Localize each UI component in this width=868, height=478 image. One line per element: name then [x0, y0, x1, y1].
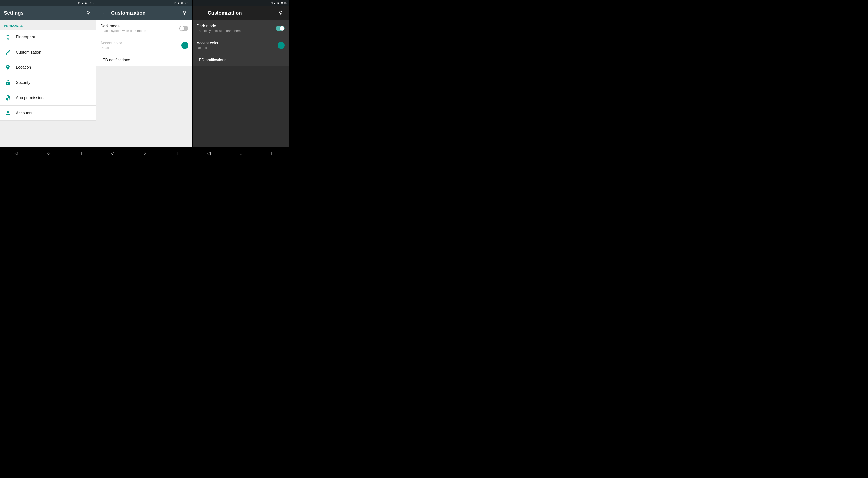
- customization-dark-app-bar: ← Customization ⚲: [193, 6, 289, 20]
- sidebar-item-fingerprint[interactable]: Fingerprint: [0, 30, 96, 45]
- status-icons-1: ⊟ ▲ ◉ 9:15: [78, 1, 94, 4]
- home-nav-icon-2[interactable]: ○: [143, 151, 146, 156]
- customization-light-app-bar: ← Customization ⚲: [96, 6, 192, 20]
- app-permissions-icon: [4, 94, 12, 102]
- status-icons-3: ⊟ ▲ ◉ 9:15: [271, 1, 287, 4]
- home-nav-icon-1[interactable]: ○: [47, 151, 50, 156]
- customization-dark-title: Customization: [208, 10, 277, 16]
- back-nav-icon-3[interactable]: ◁: [207, 151, 211, 156]
- settings-panel: ⊟ ▲ ◉ 9:15 Settings ⚲ Personal Fingerpri…: [0, 0, 96, 159]
- dark-mode-title-dark: Dark mode: [196, 24, 276, 28]
- recents-nav-icon-2[interactable]: □: [175, 151, 178, 156]
- search-icon-2[interactable]: ⚲: [181, 8, 188, 18]
- status-time-1: 9:15: [89, 1, 94, 4]
- customization-light-title: Customization: [111, 10, 181, 16]
- accent-color-text-dark: Accent color Default: [196, 41, 278, 50]
- settings-app-bar: Settings ⚲: [0, 6, 96, 20]
- fingerprint-label: Fingerprint: [16, 35, 35, 39]
- home-nav-icon-3[interactable]: ○: [240, 151, 242, 156]
- dark-mode-title: Dark mode: [100, 24, 179, 28]
- back-nav-icon-2[interactable]: ◁: [111, 151, 114, 156]
- vibrate-icon-3: ⊟: [271, 2, 273, 4]
- accounts-icon: [4, 109, 12, 117]
- status-bar-1: ⊟ ▲ ◉ 9:15: [0, 0, 96, 6]
- vibrate-icon-2: ⊟: [175, 2, 177, 4]
- led-notifications-row-dark[interactable]: LED notifications: [193, 54, 289, 66]
- sidebar-item-location[interactable]: Location: [0, 60, 96, 75]
- settings-title: Settings: [4, 10, 84, 16]
- led-notifications-title-dark: LED notifications: [196, 58, 285, 62]
- dark-mode-row-dark[interactable]: Dark mode Enable system wide dark theme: [193, 20, 289, 37]
- settings-content: Personal Fingerprint Customization: [0, 20, 96, 147]
- dark-mode-text: Dark mode Enable system wide dark theme: [100, 24, 179, 33]
- accent-color-row[interactable]: Accent color Default: [96, 37, 192, 54]
- settings-search-icon[interactable]: ⚲: [84, 8, 92, 18]
- back-button-2[interactable]: ←: [100, 8, 109, 18]
- back-nav-icon-1[interactable]: ◁: [14, 151, 18, 156]
- location-icon: [4, 63, 12, 71]
- status-icons-2: ⊟ ▲ ◉ 9:15: [175, 1, 190, 4]
- sidebar-item-security[interactable]: Security: [0, 75, 96, 90]
- customization-dark-panel: ⊟ ▲ ◉ 9:15 ← Customization ⚲ Dark mode E…: [193, 0, 289, 159]
- nav-bar-2: ◁ ○ □: [96, 147, 192, 159]
- signal-icon: ▲: [81, 2, 84, 4]
- vibrate-icon: ⊟: [78, 2, 80, 4]
- back-button-3[interactable]: ←: [196, 8, 206, 18]
- sidebar-item-customization[interactable]: Customization: [0, 45, 96, 60]
- battery-icon-2: ◉: [181, 2, 183, 4]
- dark-mode-toggle-knob: [180, 26, 184, 31]
- accent-color-dot[interactable]: [181, 42, 188, 49]
- security-label: Security: [16, 81, 30, 85]
- led-notifications-title: LED notifications: [100, 58, 188, 62]
- accent-color-dot-dark[interactable]: [278, 42, 285, 49]
- sidebar-item-app-permissions[interactable]: App permissions: [0, 90, 96, 106]
- recents-nav-icon-3[interactable]: □: [272, 151, 274, 156]
- battery-icon: ◉: [85, 2, 87, 4]
- fingerprint-icon: [4, 33, 12, 41]
- led-notifications-row[interactable]: LED notifications: [96, 54, 192, 66]
- accounts-label: Accounts: [16, 111, 32, 115]
- accent-color-title: Accent color: [100, 41, 181, 45]
- status-time-2: 9:15: [185, 1, 190, 4]
- led-notifications-text: LED notifications: [100, 58, 188, 62]
- accent-color-row-dark[interactable]: Accent color Default: [193, 37, 289, 54]
- accent-color-subtitle-dark: Default: [196, 46, 278, 50]
- customization-label: Customization: [16, 50, 41, 55]
- location-label: Location: [16, 65, 31, 70]
- customization-dark-content: Dark mode Enable system wide dark theme …: [193, 20, 289, 147]
- security-icon: [4, 79, 12, 87]
- customization-light-panel: ⊟ ▲ ◉ 9:15 ← Customization ⚲ Dark mode E…: [96, 0, 192, 159]
- recents-nav-icon-1[interactable]: □: [79, 151, 82, 156]
- nav-bar-3: ◁ ○ □: [193, 147, 289, 159]
- dark-mode-subtitle-dark: Enable system wide dark theme: [196, 29, 276, 33]
- status-bar-2: ⊟ ▲ ◉ 9:15: [96, 0, 192, 6]
- dark-mode-toggle[interactable]: [179, 26, 188, 31]
- dark-mode-toggle-knob-dark: [280, 26, 284, 31]
- nav-bar-1: ◁ ○ □: [0, 147, 96, 159]
- section-personal-header: Personal: [0, 20, 96, 30]
- status-bar-3: ⊟ ▲ ◉ 9:15: [193, 0, 289, 6]
- led-notifications-text-dark: LED notifications: [196, 58, 285, 62]
- dark-mode-subtitle: Enable system wide dark theme: [100, 29, 179, 33]
- signal-icon-3: ▲: [274, 2, 276, 4]
- accent-color-subtitle: Default: [100, 46, 181, 50]
- accent-color-title-dark: Accent color: [196, 41, 278, 45]
- app-permissions-label: App permissions: [16, 96, 45, 100]
- sidebar-item-accounts[interactable]: Accounts: [0, 106, 96, 121]
- search-icon-3[interactable]: ⚲: [277, 8, 285, 18]
- status-time-3: 9:15: [281, 1, 287, 4]
- signal-icon-2: ▲: [178, 2, 180, 4]
- customization-light-content: Dark mode Enable system wide dark theme …: [96, 20, 192, 147]
- customization-icon: [4, 48, 12, 56]
- dark-mode-row[interactable]: Dark mode Enable system wide dark theme: [96, 20, 192, 37]
- battery-icon-3: ◉: [277, 2, 279, 4]
- dark-mode-toggle-dark[interactable]: [276, 26, 285, 31]
- dark-mode-text-dark: Dark mode Enable system wide dark theme: [196, 24, 276, 33]
- accent-color-text: Accent color Default: [100, 41, 181, 50]
